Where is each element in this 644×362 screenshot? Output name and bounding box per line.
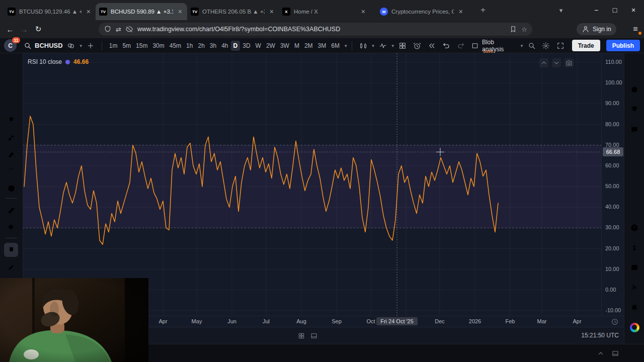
emoji-tool[interactable] bbox=[4, 181, 18, 195]
redo-button[interactable] bbox=[454, 39, 467, 52]
interval-45m[interactable]: 45m bbox=[167, 41, 184, 51]
back-button[interactable]: ← bbox=[4, 24, 16, 35]
interval-5m[interactable]: 5m bbox=[120, 41, 133, 51]
interval-3D[interactable]: 3D bbox=[240, 41, 253, 51]
help-button[interactable] bbox=[628, 221, 641, 234]
apps-button[interactable] bbox=[628, 321, 641, 334]
watchlist-panel-button[interactable] bbox=[628, 62, 641, 75]
layout-chevron-icon[interactable]: ▾ bbox=[520, 43, 524, 48]
text-tool[interactable] bbox=[4, 164, 18, 178]
interval-3W[interactable]: 3W bbox=[278, 41, 292, 51]
window-maximize-button[interactable]: □ bbox=[607, 0, 622, 20]
tab-search-chevron-icon[interactable]: ▾ bbox=[553, 0, 569, 20]
interval-1m[interactable]: 1m bbox=[107, 41, 120, 51]
interval-2M[interactable]: 2M bbox=[302, 41, 315, 51]
interval-2h[interactable]: 2h bbox=[195, 41, 207, 51]
streams-panel-button[interactable] bbox=[628, 281, 641, 294]
site-info-shield-icon[interactable] bbox=[104, 25, 112, 33]
pitchfork-tool[interactable] bbox=[4, 113, 18, 127]
interval-M[interactable]: M bbox=[292, 41, 302, 51]
sign-in-button[interactable]: Sign in bbox=[577, 23, 616, 35]
trade-button[interactable]: Trade bbox=[572, 40, 600, 51]
patterns-tool[interactable] bbox=[4, 130, 18, 144]
snapshot-button[interactable] bbox=[565, 58, 574, 67]
restore-panel-icon[interactable] bbox=[611, 349, 620, 358]
tab-close-icon[interactable]: × bbox=[177, 8, 184, 16]
tab-close-icon[interactable]: × bbox=[360, 8, 367, 16]
interval-30m[interactable]: 30m bbox=[150, 41, 167, 51]
notifications-button[interactable] bbox=[628, 301, 641, 314]
expand-panel-icon[interactable] bbox=[596, 349, 605, 358]
magnet-tool[interactable] bbox=[4, 243, 18, 257]
measure-tool[interactable] bbox=[4, 203, 18, 217]
undo-button[interactable] bbox=[440, 39, 452, 52]
tab-close-icon[interactable]: × bbox=[268, 8, 275, 16]
chart-style-chevron-icon[interactable]: ▾ bbox=[371, 43, 375, 48]
tab-close-icon[interactable]: × bbox=[85, 8, 92, 16]
interval-4h[interactable]: 4h bbox=[219, 41, 230, 51]
timezone-clock-icon[interactable] bbox=[611, 318, 619, 326]
edit-tool[interactable] bbox=[4, 260, 18, 274]
interval-3M[interactable]: 3M bbox=[315, 41, 329, 51]
panel-window-icon[interactable] bbox=[309, 331, 318, 340]
layout-menu-button[interactable]: Blob analysis Save ▾ bbox=[471, 38, 523, 53]
window-minimize-button[interactable]: − bbox=[589, 0, 604, 20]
interval-D[interactable]: D bbox=[231, 41, 240, 51]
user-avatar[interactable]: C 11 bbox=[4, 39, 17, 52]
alerts-panel-button[interactable] bbox=[628, 82, 641, 96]
object-tree-button[interactable] bbox=[628, 103, 641, 116]
new-tab-button[interactable]: + bbox=[477, 4, 489, 16]
bar-replay-button[interactable] bbox=[426, 39, 438, 52]
symbol-search-button[interactable]: BCHUSD bbox=[24, 42, 63, 50]
browser-tab[interactable]: TVBCHUSD 590.89 ▲ +3.17% Blob× bbox=[96, 3, 187, 20]
trend-line-tool[interactable] bbox=[4, 79, 18, 94]
reading-list-icon[interactable] bbox=[509, 25, 517, 33]
publish-button[interactable]: Publish bbox=[606, 40, 640, 51]
swap-icon[interactable]: ⇄ bbox=[116, 26, 121, 33]
pane-up-button[interactable] bbox=[539, 58, 548, 67]
parallel-channel-tool[interactable] bbox=[4, 97, 18, 111]
indicator-legend[interactable]: RSI 10 close 46.66 bbox=[28, 58, 89, 65]
chart-style-button[interactable] bbox=[357, 39, 369, 52]
interval-2W[interactable]: 2W bbox=[264, 41, 278, 51]
browser-menu-button[interactable]: ≡ bbox=[630, 24, 641, 35]
interval-3h[interactable]: 3h bbox=[207, 41, 219, 51]
price-scale[interactable]: 66.68 110.00100.0090.0080.0070.0060.0050… bbox=[601, 53, 624, 316]
window-close-button[interactable]: × bbox=[626, 0, 641, 20]
interval-1h[interactable]: 1h bbox=[184, 41, 195, 51]
compare-button[interactable] bbox=[65, 39, 77, 52]
crosshair-tool[interactable] bbox=[4, 62, 18, 76]
layout-grid-button[interactable] bbox=[396, 39, 409, 52]
refresh-button[interactable]: ↻ bbox=[32, 24, 44, 35]
browser-tab[interactable]: MCryptocurrency Prices, Charts A× bbox=[376, 3, 468, 20]
chart-area[interactable]: RSI 10 close 46.66 bbox=[23, 53, 601, 316]
browser-tab[interactable]: TVBTCUSD 90,129.46 ▲ +2.06% B× bbox=[4, 3, 96, 20]
panel-grid-icon[interactable] bbox=[297, 331, 306, 340]
address-bar[interactable]: ⇄ www.tradingview.com/chart/O4l5Flr8/?sy… bbox=[99, 23, 532, 36]
quick-search-button[interactable] bbox=[525, 39, 538, 52]
add-symbol-button[interactable] bbox=[85, 39, 97, 52]
interval-W[interactable]: W bbox=[253, 41, 264, 51]
interval-6M[interactable]: 6M bbox=[329, 41, 342, 51]
forward-button[interactable]: → bbox=[18, 24, 30, 35]
fullscreen-button[interactable] bbox=[554, 39, 567, 52]
eye-off-icon[interactable] bbox=[125, 25, 133, 33]
chat-panel-button[interactable] bbox=[628, 123, 641, 136]
interval-15m[interactable]: 15m bbox=[133, 41, 150, 51]
bookmark-star-icon[interactable]: ☆ bbox=[521, 26, 527, 33]
calendar-panel-button[interactable] bbox=[628, 260, 641, 274]
indicators-button[interactable] bbox=[377, 39, 389, 52]
browser-tab[interactable]: TVOTHERS 206.05 B ▲ +3.02% Blo× bbox=[187, 3, 279, 20]
interval-chevron-icon[interactable]: ▾ bbox=[344, 43, 348, 48]
pane-down-button[interactable] bbox=[552, 58, 561, 67]
zoom-tool[interactable] bbox=[4, 220, 18, 234]
compare-chevron-icon[interactable]: ▾ bbox=[79, 43, 83, 48]
brush-tool[interactable] bbox=[4, 147, 18, 161]
tab-close-icon[interactable]: × bbox=[457, 8, 464, 16]
settings-button[interactable] bbox=[540, 39, 552, 52]
browser-tab[interactable]: XHome / X× bbox=[279, 3, 370, 20]
create-alert-button[interactable] bbox=[411, 39, 424, 52]
save-label[interactable]: Save bbox=[483, 49, 494, 54]
dom-panel-button[interactable] bbox=[628, 241, 641, 254]
utc-clock[interactable]: 15:21:50 UTC bbox=[581, 332, 619, 339]
